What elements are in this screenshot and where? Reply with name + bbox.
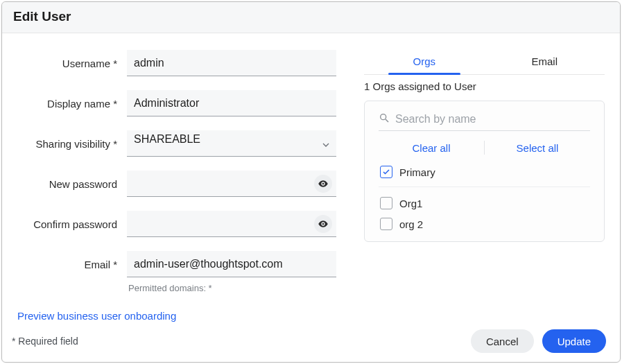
tab-orgs[interactable]: Orgs (364, 50, 485, 74)
org-item[interactable]: Primary (379, 162, 590, 187)
orgs-panel: Clear all Select all PrimaryOrg1org 2 (364, 101, 605, 242)
show-password-icon[interactable] (314, 175, 332, 193)
orgs-assigned-count: 1 Orgs assigned to User (364, 80, 605, 92)
org-item-label: org 2 (399, 218, 423, 230)
orgs-search-input[interactable] (395, 113, 590, 125)
dialog-header: Edit User (2, 2, 620, 33)
new-password-input[interactable] (127, 171, 336, 197)
required-field-note: * Required field (12, 336, 78, 347)
form-column: Username * Display name * Sharing visibi… (17, 50, 336, 322)
sharing-visibility-label: Sharing visibility * (17, 138, 127, 150)
org-item-label: Primary (399, 166, 435, 178)
orgs-search-row (379, 112, 590, 131)
display-name-input[interactable] (127, 90, 336, 116)
svg-line-1 (386, 119, 388, 122)
preview-onboarding-link[interactable]: Preview business user onboarding (17, 310, 176, 322)
confirm-password-input[interactable] (127, 211, 336, 237)
username-label: Username * (17, 58, 127, 69)
email-permitted-domains: Permitted domains: * (127, 281, 336, 303)
org-item[interactable]: Org1 (379, 193, 590, 214)
email-label: Email * (17, 259, 127, 270)
dialog-footer: * Required field Cancel Update (2, 322, 620, 363)
org-item[interactable]: org 2 (379, 214, 590, 234)
sharing-visibility-select[interactable]: SHAREABLE (127, 130, 336, 157)
show-confirm-password-icon[interactable] (314, 215, 332, 233)
edit-user-dialog: Edit User Username * Display name * Shar… (1, 1, 621, 363)
orgs-list: PrimaryOrg1org 2 (379, 162, 590, 234)
email-input[interactable] (127, 251, 336, 277)
dialog-title: Edit User (13, 9, 609, 24)
search-icon (379, 112, 390, 126)
update-button[interactable]: Update (542, 329, 606, 353)
dialog-body: Username * Display name * Sharing visibi… (2, 33, 620, 322)
org-checkbox[interactable] (380, 166, 392, 178)
org-item-label: Org1 (399, 198, 422, 209)
new-password-label: New password (17, 178, 127, 190)
orgs-column: Orgs Email 1 Orgs assigned to User Clear… (364, 50, 605, 322)
svg-point-0 (381, 114, 386, 120)
display-name-label: Display name * (17, 98, 127, 110)
orgs-bulk-actions: Clear all Select all (379, 141, 590, 155)
select-all-link[interactable]: Select all (485, 142, 590, 154)
username-input[interactable] (127, 50, 336, 76)
confirm-password-label: Confirm password (17, 218, 127, 230)
org-checkbox[interactable] (380, 197, 392, 209)
clear-all-link[interactable]: Clear all (379, 142, 484, 154)
right-tabs: Orgs Email (364, 50, 605, 75)
org-checkbox[interactable] (380, 218, 392, 230)
tab-email[interactable]: Email (485, 50, 605, 74)
cancel-button[interactable]: Cancel (471, 329, 534, 353)
